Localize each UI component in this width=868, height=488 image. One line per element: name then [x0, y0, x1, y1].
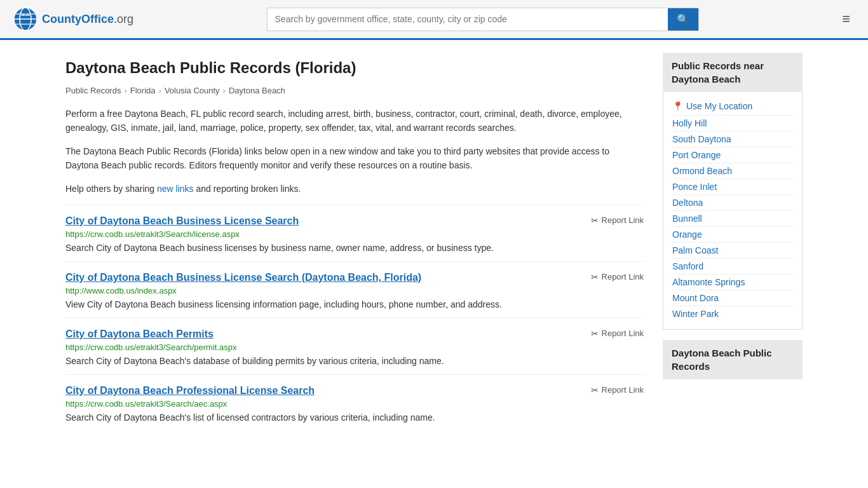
logo-icon [13, 6, 38, 32]
report-link-label-2: Report Link [602, 329, 644, 338]
nearby-link-orange[interactable]: Orange [672, 226, 793, 242]
site-logo[interactable]: CountyOffice.org [13, 6, 133, 32]
sidebar-nearby-title: Public Records near Daytona Beach [663, 53, 803, 92]
sidebar: Public Records near Daytona Beach 📍 Use … [663, 53, 803, 431]
description-para1: Perform a free Daytona Beach, FL public … [65, 107, 644, 135]
logo-brand: CountyOffice [42, 13, 114, 25]
result-title-2[interactable]: City of Daytona Beach Permits [65, 329, 214, 340]
breadcrumb-sep-2: › [159, 86, 161, 95]
nearby-link-south-daytona[interactable]: South Daytona [672, 131, 793, 147]
report-link-label-1: Report Link [602, 272, 644, 281]
result-url-1: http://www.codb.us/index.aspx [65, 286, 644, 295]
logo-suffix: .org [114, 13, 133, 25]
result-url-3: https://crw.codb.us/etrakit3/Search/aec.… [65, 399, 644, 409]
result-url-2: https://crw.codb.us/etrakit3/Search/perm… [65, 342, 644, 352]
nearby-link-bunnell[interactable]: Bunnell [672, 210, 793, 226]
scissors-icon-3: ✂ [591, 385, 599, 395]
nearby-link-ormond-beach[interactable]: Ormond Beach [672, 163, 793, 179]
results-list: City of Daytona Beach Business License S… [65, 205, 644, 431]
nearby-link-holly-hill[interactable]: Holly Hill [672, 115, 793, 131]
result-title-0[interactable]: City of Daytona Beach Business License S… [65, 215, 299, 227]
logo-text: CountyOffice.org [42, 13, 133, 26]
scissors-icon-2: ✂ [591, 329, 599, 339]
use-my-location-link[interactable]: 📍 Use My Location [672, 97, 793, 115]
breadcrumb-florida[interactable]: Florida [130, 86, 156, 95]
search-input[interactable] [268, 8, 668, 30]
desc-para3-suffix: and reporting broken links. [194, 184, 301, 194]
breadcrumb-current: Daytona Beach [229, 86, 285, 95]
search-button[interactable]: 🔍 [668, 8, 698, 30]
nearby-links-container: Holly HillSouth DaytonaPort OrangeOrmond… [672, 115, 793, 322]
description-para2: The Daytona Beach Public Records (Florid… [65, 144, 644, 173]
nearby-link-sanford[interactable]: Sanford [672, 258, 793, 274]
result-item: City of Daytona Beach Business License S… [65, 261, 644, 318]
search-icon: 🔍 [677, 14, 689, 25]
nearby-link-mount-dora[interactable]: Mount Dora [672, 290, 793, 306]
result-item: City of Daytona Beach Professional Licen… [65, 374, 644, 431]
sidebar-nearby-list: 📍 Use My Location Holly HillSouth Dayton… [663, 92, 803, 330]
nearby-link-port-orange[interactable]: Port Orange [672, 147, 793, 163]
result-desc-2: Search City of Daytona Beach's database … [65, 355, 644, 368]
report-link-3[interactable]: ✂ Report Link [591, 385, 644, 395]
scissors-icon-1: ✂ [591, 272, 599, 282]
sidebar-bottom-title: Daytona Beach Public Records [663, 340, 803, 379]
use-my-location-label: Use My Location [686, 101, 752, 111]
breadcrumb-sep-3: › [223, 86, 226, 95]
report-link-label-3: Report Link [602, 385, 644, 395]
breadcrumb-sep-1: › [124, 86, 126, 95]
location-pin-icon: 📍 [672, 101, 683, 111]
breadcrumb-volusia[interactable]: Volusia County [165, 86, 220, 95]
result-desc-3: Search City of Daytona Beach's list of l… [65, 411, 644, 424]
nearby-link-ponce-inlet[interactable]: Ponce Inlet [672, 179, 793, 194]
report-link-2[interactable]: ✂ Report Link [591, 329, 644, 339]
report-link-label-0: Report Link [602, 215, 644, 225]
description-para3: Help others by sharing new links and rep… [65, 182, 644, 196]
breadcrumb-public-records[interactable]: Public Records [65, 86, 121, 95]
result-item: City of Daytona Beach Business License S… [65, 205, 644, 261]
hamburger-icon: ≡ [842, 11, 850, 27]
result-item: City of Daytona Beach Permits ✂ Report L… [65, 318, 644, 374]
menu-button[interactable]: ≡ [837, 8, 855, 30]
scissors-icon-0: ✂ [591, 215, 599, 226]
search-bar: 🔍 [267, 8, 699, 31]
result-desc-1: View City of Daytona Beach business lice… [65, 298, 644, 311]
result-title-3[interactable]: City of Daytona Beach Professional Licen… [65, 385, 315, 396]
new-links-link[interactable]: new links [157, 184, 194, 194]
result-url-0: https://crw.codb.us/etrakit3/Search/lice… [65, 229, 644, 239]
result-desc-0: Search City of Daytona Beach business li… [65, 241, 644, 255]
result-title-1[interactable]: City of Daytona Beach Business License S… [65, 272, 421, 283]
report-link-0[interactable]: ✂ Report Link [591, 215, 644, 226]
nearby-link-deltona[interactable]: Deltona [672, 194, 793, 210]
nearby-link-winter-park[interactable]: Winter Park [672, 306, 793, 322]
page-title: Daytona Beach Public Records (Florida) [65, 59, 644, 77]
breadcrumb: Public Records › Florida › Volusia Count… [65, 86, 644, 95]
report-link-1[interactable]: ✂ Report Link [591, 272, 644, 282]
nearby-link-palm-coast[interactable]: Palm Coast [672, 242, 793, 258]
desc-para3-prefix: Help others by sharing [65, 184, 157, 194]
nearby-link-altamonte-springs[interactable]: Altamonte Springs [672, 274, 793, 290]
